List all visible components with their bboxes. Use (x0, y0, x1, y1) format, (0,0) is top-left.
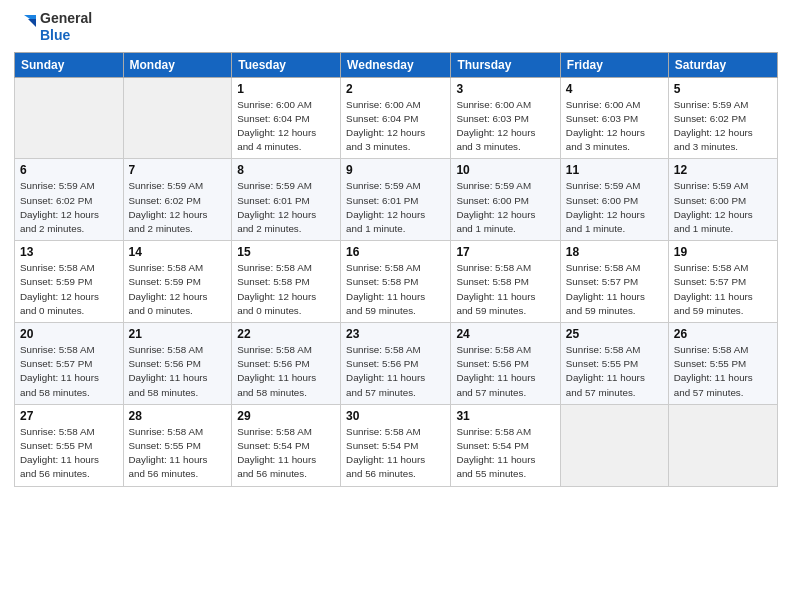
week-row-5: 27Sunrise: 5:58 AM Sunset: 5:55 PM Dayli… (15, 404, 778, 486)
day-number: 20 (20, 327, 118, 341)
day-number: 30 (346, 409, 445, 423)
day-info: Sunrise: 5:58 AM Sunset: 5:54 PM Dayligh… (346, 425, 445, 482)
day-number: 16 (346, 245, 445, 259)
day-number: 19 (674, 245, 772, 259)
day-number: 12 (674, 163, 772, 177)
day-cell: 12Sunrise: 5:59 AM Sunset: 6:00 PM Dayli… (668, 159, 777, 241)
day-info: Sunrise: 5:58 AM Sunset: 5:54 PM Dayligh… (456, 425, 554, 482)
day-number: 24 (456, 327, 554, 341)
day-cell: 16Sunrise: 5:58 AM Sunset: 5:58 PM Dayli… (341, 241, 451, 323)
day-number: 6 (20, 163, 118, 177)
day-cell: 21Sunrise: 5:58 AM Sunset: 5:56 PM Dayli… (123, 323, 232, 405)
day-cell: 28Sunrise: 5:58 AM Sunset: 5:55 PM Dayli… (123, 404, 232, 486)
day-cell: 24Sunrise: 5:58 AM Sunset: 5:56 PM Dayli… (451, 323, 560, 405)
day-info: Sunrise: 5:58 AM Sunset: 5:59 PM Dayligh… (129, 261, 227, 318)
day-cell: 18Sunrise: 5:58 AM Sunset: 5:57 PM Dayli… (560, 241, 668, 323)
day-number: 27 (20, 409, 118, 423)
day-cell (668, 404, 777, 486)
day-info: Sunrise: 5:58 AM Sunset: 5:54 PM Dayligh… (237, 425, 335, 482)
week-row-3: 13Sunrise: 5:58 AM Sunset: 5:59 PM Dayli… (15, 241, 778, 323)
header: General Blue (14, 10, 778, 44)
col-header-thursday: Thursday (451, 52, 560, 77)
day-cell: 20Sunrise: 5:58 AM Sunset: 5:57 PM Dayli… (15, 323, 124, 405)
day-info: Sunrise: 5:58 AM Sunset: 5:56 PM Dayligh… (237, 343, 335, 400)
day-number: 1 (237, 82, 335, 96)
col-header-saturday: Saturday (668, 52, 777, 77)
day-cell: 1Sunrise: 6:00 AM Sunset: 6:04 PM Daylig… (232, 77, 341, 159)
week-row-1: 1Sunrise: 6:00 AM Sunset: 6:04 PM Daylig… (15, 77, 778, 159)
day-info: Sunrise: 5:58 AM Sunset: 5:58 PM Dayligh… (456, 261, 554, 318)
week-row-2: 6Sunrise: 5:59 AM Sunset: 6:02 PM Daylig… (15, 159, 778, 241)
calendar-table: SundayMondayTuesdayWednesdayThursdayFrid… (14, 52, 778, 487)
day-info: Sunrise: 5:58 AM Sunset: 5:58 PM Dayligh… (346, 261, 445, 318)
logo-bird-icon (14, 11, 36, 43)
day-cell: 29Sunrise: 5:58 AM Sunset: 5:54 PM Dayli… (232, 404, 341, 486)
day-number: 31 (456, 409, 554, 423)
day-number: 28 (129, 409, 227, 423)
day-number: 10 (456, 163, 554, 177)
day-cell: 17Sunrise: 5:58 AM Sunset: 5:58 PM Dayli… (451, 241, 560, 323)
logo-container: General Blue (14, 10, 92, 44)
day-cell: 30Sunrise: 5:58 AM Sunset: 5:54 PM Dayli… (341, 404, 451, 486)
day-number: 26 (674, 327, 772, 341)
col-header-monday: Monday (123, 52, 232, 77)
day-cell (123, 77, 232, 159)
day-cell: 7Sunrise: 5:59 AM Sunset: 6:02 PM Daylig… (123, 159, 232, 241)
day-info: Sunrise: 5:58 AM Sunset: 5:59 PM Dayligh… (20, 261, 118, 318)
day-cell: 3Sunrise: 6:00 AM Sunset: 6:03 PM Daylig… (451, 77, 560, 159)
day-number: 11 (566, 163, 663, 177)
day-info: Sunrise: 5:59 AM Sunset: 6:02 PM Dayligh… (129, 179, 227, 236)
day-number: 18 (566, 245, 663, 259)
day-cell: 26Sunrise: 5:58 AM Sunset: 5:55 PM Dayli… (668, 323, 777, 405)
day-info: Sunrise: 5:58 AM Sunset: 5:55 PM Dayligh… (566, 343, 663, 400)
day-number: 3 (456, 82, 554, 96)
day-info: Sunrise: 5:59 AM Sunset: 6:01 PM Dayligh… (237, 179, 335, 236)
day-info: Sunrise: 5:58 AM Sunset: 5:55 PM Dayligh… (20, 425, 118, 482)
week-row-4: 20Sunrise: 5:58 AM Sunset: 5:57 PM Dayli… (15, 323, 778, 405)
day-cell: 11Sunrise: 5:59 AM Sunset: 6:00 PM Dayli… (560, 159, 668, 241)
day-cell (15, 77, 124, 159)
day-info: Sunrise: 6:00 AM Sunset: 6:03 PM Dayligh… (456, 98, 554, 155)
calendar-header-row: SundayMondayTuesdayWednesdayThursdayFrid… (15, 52, 778, 77)
logo-text: General Blue (40, 10, 92, 44)
day-number: 4 (566, 82, 663, 96)
day-number: 17 (456, 245, 554, 259)
day-number: 22 (237, 327, 335, 341)
day-number: 5 (674, 82, 772, 96)
day-info: Sunrise: 5:59 AM Sunset: 6:02 PM Dayligh… (674, 98, 772, 155)
day-number: 29 (237, 409, 335, 423)
day-info: Sunrise: 5:59 AM Sunset: 6:02 PM Dayligh… (20, 179, 118, 236)
day-cell: 19Sunrise: 5:58 AM Sunset: 5:57 PM Dayli… (668, 241, 777, 323)
day-info: Sunrise: 6:00 AM Sunset: 6:04 PM Dayligh… (346, 98, 445, 155)
day-number: 9 (346, 163, 445, 177)
day-cell: 13Sunrise: 5:58 AM Sunset: 5:59 PM Dayli… (15, 241, 124, 323)
day-cell: 23Sunrise: 5:58 AM Sunset: 5:56 PM Dayli… (341, 323, 451, 405)
day-info: Sunrise: 5:58 AM Sunset: 5:56 PM Dayligh… (129, 343, 227, 400)
day-number: 25 (566, 327, 663, 341)
day-cell: 8Sunrise: 5:59 AM Sunset: 6:01 PM Daylig… (232, 159, 341, 241)
day-cell: 6Sunrise: 5:59 AM Sunset: 6:02 PM Daylig… (15, 159, 124, 241)
day-cell: 31Sunrise: 5:58 AM Sunset: 5:54 PM Dayli… (451, 404, 560, 486)
day-number: 14 (129, 245, 227, 259)
day-info: Sunrise: 6:00 AM Sunset: 6:03 PM Dayligh… (566, 98, 663, 155)
day-info: Sunrise: 6:00 AM Sunset: 6:04 PM Dayligh… (237, 98, 335, 155)
svg-marker-1 (28, 19, 36, 27)
day-info: Sunrise: 5:58 AM Sunset: 5:57 PM Dayligh… (674, 261, 772, 318)
day-cell: 15Sunrise: 5:58 AM Sunset: 5:58 PM Dayli… (232, 241, 341, 323)
day-info: Sunrise: 5:59 AM Sunset: 6:00 PM Dayligh… (674, 179, 772, 236)
day-cell: 27Sunrise: 5:58 AM Sunset: 5:55 PM Dayli… (15, 404, 124, 486)
day-number: 7 (129, 163, 227, 177)
day-info: Sunrise: 5:58 AM Sunset: 5:55 PM Dayligh… (129, 425, 227, 482)
day-info: Sunrise: 5:58 AM Sunset: 5:57 PM Dayligh… (20, 343, 118, 400)
col-header-tuesday: Tuesday (232, 52, 341, 77)
day-info: Sunrise: 5:59 AM Sunset: 6:00 PM Dayligh… (566, 179, 663, 236)
day-cell: 5Sunrise: 5:59 AM Sunset: 6:02 PM Daylig… (668, 77, 777, 159)
day-number: 2 (346, 82, 445, 96)
day-cell: 9Sunrise: 5:59 AM Sunset: 6:01 PM Daylig… (341, 159, 451, 241)
day-number: 13 (20, 245, 118, 259)
day-cell: 2Sunrise: 6:00 AM Sunset: 6:04 PM Daylig… (341, 77, 451, 159)
day-info: Sunrise: 5:58 AM Sunset: 5:58 PM Dayligh… (237, 261, 335, 318)
day-cell: 4Sunrise: 6:00 AM Sunset: 6:03 PM Daylig… (560, 77, 668, 159)
page: General Blue SundayMondayTuesdayWednesda… (0, 0, 792, 612)
day-cell: 14Sunrise: 5:58 AM Sunset: 5:59 PM Dayli… (123, 241, 232, 323)
